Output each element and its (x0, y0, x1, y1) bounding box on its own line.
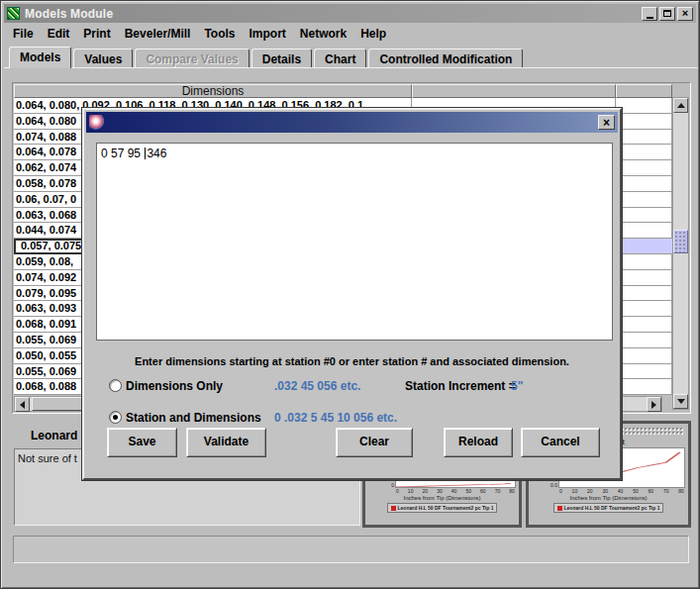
reload-button[interactable]: Reload (444, 428, 513, 457)
window-title: Models Module (25, 7, 113, 21)
tab-bar: Models Values Compare Values Details Cha… (9, 47, 525, 68)
radio-label: Dimensions Only (126, 379, 223, 393)
option-row-dimensions-only: Dimensions Only .032 45 056 etc. Station… (84, 378, 620, 394)
scroll-right-button[interactable] (647, 397, 661, 412)
column-header-dimensions[interactable]: Dimensions (14, 84, 412, 98)
radio-dimensions-only[interactable] (109, 379, 122, 392)
instruction-text: Enter dimensions starting at station #0 … (84, 355, 620, 367)
input-text: 0 57 95 (101, 147, 144, 160)
station-increment-label: Station Increment = (405, 379, 516, 393)
legend-label: Leonard H.L 50 DF Tournament2 pc Tip 1 (398, 505, 494, 511)
legend-marker-icon (391, 506, 396, 511)
status-bar (13, 536, 689, 563)
dialog-titlebar[interactable]: × (86, 112, 618, 133)
arrow-left-icon (20, 401, 25, 409)
dimensions-entry-dialog: × 0 57 95 346 Enter dimensions starting … (82, 108, 622, 480)
minimize-button[interactable] (642, 7, 657, 21)
dialog-close-button[interactable]: × (598, 115, 615, 130)
close-button[interactable]: × (677, 7, 693, 21)
radio-label: Station and Dimensions (126, 411, 261, 425)
window-titlebar[interactable]: Models Module × (4, 4, 696, 23)
menu-item-print[interactable]: Print (76, 24, 117, 44)
menu-item-file[interactable]: File (6, 24, 41, 44)
menu-item-beveler-mill[interactable]: Beveler/Mill (118, 24, 198, 44)
menu-item-edit[interactable]: Edit (41, 24, 77, 44)
clear-button[interactable]: Clear (336, 428, 413, 457)
menu-item-tools[interactable]: Tools (197, 24, 242, 44)
cancel-button[interactable]: Cancel (521, 428, 600, 457)
vertical-scroll-thumb[interactable] (673, 230, 688, 253)
vertical-scrollbar[interactable] (672, 97, 689, 410)
x-axis-label: Inches from Tip (Dimensions) (365, 494, 519, 502)
scroll-down-button[interactable] (673, 394, 688, 409)
tab-details[interactable]: Details (251, 49, 312, 68)
scroll-left-button[interactable] (15, 397, 30, 412)
menu-bar: File Edit Print Beveler/Mill Tools Impor… (4, 23, 696, 45)
app-icon (7, 7, 20, 20)
x-axis-label: Inches from Tip (Dimensions) (529, 494, 688, 502)
legend-label: Leonard H.L 50 DF Tournament2 pc Tip 1 (564, 505, 660, 511)
minimize-icon (647, 17, 653, 19)
station-increment-value: 5" (511, 379, 523, 393)
example-text: .032 45 056 etc. (274, 379, 360, 393)
maximize-button[interactable] (659, 7, 675, 21)
close-icon: × (682, 8, 688, 19)
window-controls: × (642, 7, 693, 21)
scroll-up-button[interactable] (673, 98, 688, 113)
example-text: 0 .032 5 45 10 056 etc. (274, 411, 397, 425)
model-name-label: Leonard (31, 429, 77, 442)
save-button[interactable]: Save (107, 428, 177, 457)
chart-legend: Leonard H.L 50 DF Tournament2 pc Tip 1 (387, 503, 498, 513)
column-header-2[interactable] (412, 84, 616, 98)
dialog-icon (89, 115, 104, 130)
menu-item-help[interactable]: Help (353, 24, 393, 44)
option-row-station-and-dimensions: Station and Dimensions 0 .032 5 45 10 05… (84, 410, 620, 426)
legend-marker-icon (557, 506, 562, 511)
menu-item-network[interactable]: Network (293, 24, 353, 44)
tab-controlled-modification[interactable]: Controlled Modification (368, 49, 523, 68)
tab-chart[interactable]: Chart (314, 49, 366, 68)
radio-selected-dot (113, 415, 118, 420)
app-window: Models Module × File Edit Print Beveler/… (0, 0, 700, 589)
tab-compare-values: Compare Values (135, 49, 249, 68)
arrow-down-icon (677, 399, 685, 404)
tab-values[interactable]: Values (73, 49, 133, 68)
dimensions-input[interactable]: 0 57 95 346 (96, 143, 613, 341)
menu-item-import[interactable]: Import (243, 24, 293, 44)
close-icon: × (603, 117, 610, 129)
validate-button[interactable]: Validate (186, 428, 266, 457)
input-text: 346 (147, 147, 166, 160)
tab-models[interactable]: Models (9, 47, 71, 68)
arrow-up-icon (677, 103, 685, 108)
maximize-icon (663, 10, 671, 17)
radio-station-and-dimensions[interactable] (109, 411, 122, 424)
chart-legend: Leonard H.L 50 DF Tournament2 pc Tip 1 (553, 503, 664, 513)
arrow-right-icon (651, 401, 656, 409)
column-header-3[interactable] (616, 84, 672, 98)
